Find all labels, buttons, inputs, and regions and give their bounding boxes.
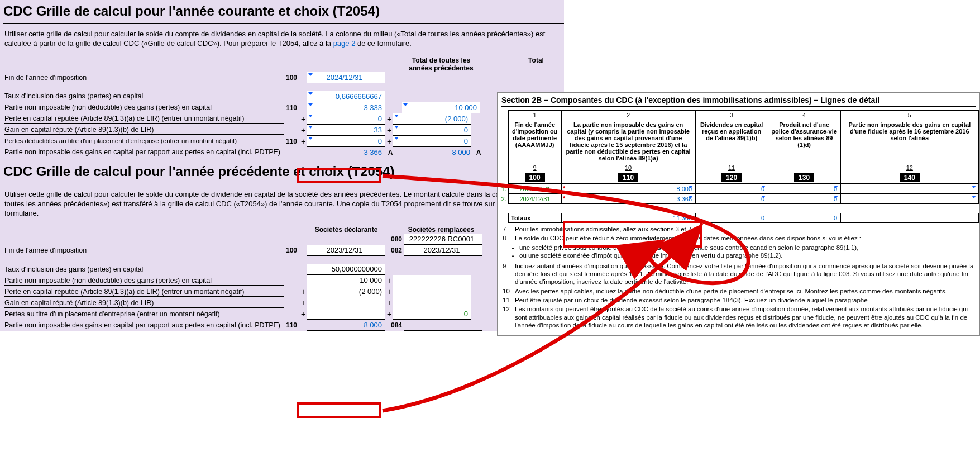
row2-c4[interactable]: 0 [768, 194, 841, 204]
row2-c5[interactable] [841, 194, 979, 204]
prev-gain-cap-remp[interactable] [393, 297, 471, 308]
totaux-c2: 11 366 [562, 213, 696, 223]
prev-pni-label: Partie non imposable (non déductible) de… [4, 276, 284, 286]
col3-header: Dividendes en capital reçus en applicati… [695, 120, 768, 163]
pni-total-cur: 3 366 [307, 147, 385, 158]
pertes-ded-cur[interactable]: 0 [307, 136, 385, 147]
line-082: 082 [385, 246, 404, 254]
totaux-label: Totaux [509, 213, 562, 223]
box-100: 100 [525, 173, 545, 182]
taux-inclusion-label: Taux d'inclusion des gains (pertes) en c… [4, 92, 284, 101]
gain-cap-label: Gain en capital réputé (Article 89(1.3)(… [4, 125, 284, 135]
prev-pertes-ded-cur[interactable] [307, 308, 385, 320]
plus-sign: + [299, 115, 307, 124]
prev-pni-remp[interactable] [393, 275, 471, 286]
previous-col-headers: Sociétés déclarante Sociétés remplacées [0, 226, 564, 234]
prev-fin-val[interactable]: 2023/12/31 [307, 245, 385, 256]
box-110: 110 [618, 173, 638, 182]
remplacees-header: Sociétés remplacées [402, 226, 480, 234]
prev-taux-val[interactable]: 50,0000000000 [307, 264, 385, 275]
box-140: 140 [900, 173, 920, 182]
totaux-c5 [841, 213, 979, 223]
prev-gain-cap-cur[interactable] [307, 297, 385, 308]
current-title: CDC Grille de calcul pour l'année couran… [3, 3, 564, 24]
pni-prev[interactable]: 10 000 [402, 102, 480, 113]
box-120: 120 [721, 173, 742, 182]
col2-header: La partie non imposable des gains en cap… [561, 120, 695, 163]
row1-c5[interactable] [841, 184, 979, 194]
remp-date[interactable]: 2023/12/31 [404, 245, 482, 256]
pni-total-label: Partie non imposable des gains en capita… [4, 148, 284, 157]
gain-cap-prev[interactable]: 0 [393, 125, 471, 136]
previous-title: CDC Grille de calcul pour l'année précéd… [3, 164, 564, 184]
row1-date[interactable]: 2023/12/31 [509, 184, 562, 194]
prev-pni-total-cur: 8 000 [307, 320, 385, 331]
highlight-box-prev-8000 [297, 402, 381, 418]
detail-table: 1 2 3 4 5 Fin de l'année d'imposition ou… [508, 110, 979, 184]
prev-perte-cap-remp[interactable] [393, 286, 471, 297]
line-084: 084 [385, 321, 404, 329]
prev-perte-cap-cur[interactable]: (2 000) [307, 286, 385, 297]
declarante-header: Sociétés déclarante [307, 226, 385, 234]
row1-c2[interactable]: *8 000 [562, 184, 696, 194]
prev-pertes-ded-label: Pertes au titre d'un placement d'entrepr… [4, 310, 284, 319]
col1-header: Fin de l'année d'imposition ou date pert… [508, 120, 561, 163]
prev-gain-cap-label: Gain en capital réputé (Article 89(1.3)(… [4, 298, 284, 308]
section-2b-title: Section 2B – Composantes du CDC (à l'exc… [501, 96, 976, 107]
prev-pertes-ded-remp[interactable]: 0 [393, 308, 471, 320]
gain-cap-cur[interactable]: 33 [307, 125, 385, 136]
current-intro: Utiliser cette grille de calcul pour cal… [4, 30, 560, 49]
col5-header: Partie non imposable des gains en capita… [840, 120, 978, 163]
fin-annee-label: Fin de l'année d'imposition [4, 73, 284, 82]
row1-c4[interactable]: 0 [768, 184, 841, 194]
pni-label: Partie non imposable (non déductible) de… [4, 103, 284, 112]
totaux-c4: 0 [768, 213, 841, 223]
taux-inclusion-value[interactable]: 0,6666666667 [307, 91, 385, 102]
line-080: 080 [385, 235, 404, 243]
prev-pni-cur[interactable]: 10 000 [307, 275, 385, 286]
pni-total-prev: 8 000 [395, 147, 474, 158]
detail-row-1: 1. 2023/12/31 *8 000 0 0 [498, 184, 979, 194]
prev-taux-label: Taux d'inclusion des gains (pertes) en c… [4, 265, 284, 274]
prev-perte-cap-label: Perte en capital réputée (Article 89(1.3… [4, 287, 284, 297]
detail-row-2: 2. 2024/12/31 *3 366 0 0 [498, 194, 979, 204]
pertes-ded-prev[interactable]: 0 [393, 136, 471, 147]
page2-link[interactable]: page 2 [333, 39, 356, 48]
remp-rc[interactable]: 222222226 RC0001 [404, 234, 482, 245]
fin-annee-value[interactable]: 2024/12/31 [307, 72, 385, 83]
perte-cap-cur[interactable]: 0 [307, 113, 385, 125]
total-header: Total [497, 56, 575, 72]
cdc-current-year-panel: CDC Grille de calcul pour l'année couran… [0, 0, 564, 331]
prev-pni-total-label: Partie non imposable des gains en capita… [4, 321, 284, 330]
prev-pni-total-remp [404, 320, 482, 331]
row2-c2[interactable]: *3 366 [562, 194, 696, 204]
pni-current[interactable]: 3 333 [307, 102, 385, 113]
section-2b-notes: 7Pour les immobilisations admissibles, a… [498, 223, 979, 335]
perte-cap-prev[interactable]: (2 000) [393, 113, 471, 125]
letter-a2: A [474, 149, 484, 156]
prev-years-header: Total de toutes les années précédentes [402, 56, 480, 72]
row2-c3[interactable]: 0 [696, 194, 768, 204]
totaux-c3: 0 [696, 213, 768, 223]
row1-c3[interactable]: 0 [696, 184, 768, 194]
current-col-headers: Total de toutes les années précédentes T… [0, 56, 564, 72]
totaux-row: Totaux 11 366 0 0 [498, 213, 979, 223]
perte-cap-label: Perte en capital réputée (Article 89(1.3… [4, 114, 284, 124]
prev-fin-label: Fin de l'année d'imposition [4, 246, 284, 255]
row2-date[interactable]: 2024/12/31 [509, 194, 562, 204]
section-2b-panel: Section 2B – Composantes du CDC (à l'exc… [497, 92, 980, 336]
col4-header: Produit net d'une police d'assurance-vie… [768, 120, 840, 163]
previous-intro: Utiliser cette grille de calcul pour cal… [4, 190, 560, 218]
pertes-ded-label: Pertes déductibles au titre d'un placeme… [4, 137, 284, 145]
box-130: 130 [794, 173, 814, 182]
line-100: 100 [284, 74, 299, 82]
letter-a: A [385, 149, 395, 156]
